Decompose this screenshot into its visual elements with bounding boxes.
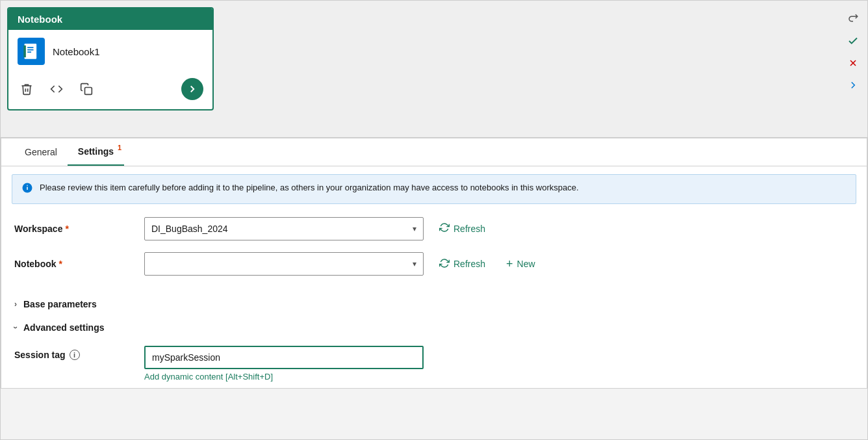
base-parameters-section[interactable]: › Base parameters	[1, 292, 867, 316]
svg-point-10	[27, 185, 28, 187]
tab-general[interactable]: General	[14, 139, 68, 165]
info-message: Please review this item carefully before…	[40, 181, 579, 194]
svg-rect-5	[85, 88, 92, 95]
card-header: Notebook	[8, 8, 212, 30]
notebook-control-area: ▾ Refresh + N	[144, 252, 854, 276]
top-panel: Notebook Notebook1	[1, 1, 867, 137]
session-input-area: Add dynamic content [Alt+Shift+D]	[144, 346, 424, 382]
delete-icon[interactable]	[18, 80, 36, 98]
workspace-dropdown[interactable]: DI_BugBash_2024 ▾	[144, 217, 424, 240]
notebook-refresh-button[interactable]: Refresh	[434, 255, 491, 273]
check-icon[interactable]	[844, 32, 862, 50]
advanced-settings-section[interactable]: › Advanced settings	[1, 316, 867, 339]
notebook-refresh-label: Refresh	[453, 259, 485, 269]
svg-rect-0	[25, 44, 37, 58]
settings-badge: 1	[118, 144, 121, 151]
session-tag-input[interactable]	[144, 346, 424, 369]
svg-rect-4	[23, 45, 26, 58]
workspace-required: *	[65, 224, 68, 234]
workspace-refresh-label: Refresh	[453, 224, 485, 234]
dynamic-content-link[interactable]: Add dynamic content [Alt+Shift+D]	[144, 372, 424, 382]
notebook-card: Notebook Notebook1	[7, 7, 214, 110]
notebook-required: *	[59, 259, 62, 269]
settings-panel: General Settings 1 Please review this it…	[1, 138, 867, 389]
base-parameters-label: Base parameters	[23, 299, 97, 309]
notebook-dropdown-arrow: ▾	[413, 259, 416, 268]
advanced-settings-label: Advanced settings	[23, 322, 104, 333]
notebook-name: Notebook1	[53, 46, 100, 57]
card-actions	[8, 73, 212, 109]
base-parameters-chevron: ›	[14, 300, 17, 309]
workspace-control-area: DI_BugBash_2024 ▾ Refresh	[144, 217, 854, 240]
workspace-refresh-button[interactable]: Refresh	[434, 220, 491, 238]
copy-icon[interactable]	[77, 80, 96, 98]
notebook-row: Notebook * ▾	[14, 252, 854, 276]
session-tag-row: Session tag i Add dynamic content [Alt+S…	[1, 339, 867, 388]
card-body: Notebook1	[8, 30, 212, 73]
workspace-dropdown-arrow: ▾	[413, 224, 416, 233]
close-icon[interactable]	[844, 54, 862, 72]
form-section: Workspace * DI_BugBash_2024 ▾	[1, 212, 867, 292]
workspace-row: Workspace * DI_BugBash_2024 ▾	[14, 217, 854, 240]
notebook-icon	[18, 38, 45, 65]
redo-icon[interactable]	[844, 10, 862, 28]
info-bar: Please review this item carefully before…	[12, 174, 856, 204]
workspace-value: DI_BugBash_2024	[151, 224, 228, 234]
notebook-label: Notebook *	[14, 259, 144, 269]
card-title: Notebook	[18, 14, 62, 25]
code-icon[interactable]	[47, 80, 66, 98]
notebook-new-label: New	[517, 259, 535, 269]
notebook-refresh-icon	[439, 258, 450, 270]
info-icon	[21, 182, 33, 197]
advanced-settings-chevron: ›	[11, 326, 20, 329]
session-tag-info-icon[interactable]: i	[70, 350, 80, 360]
tabs-row: General Settings 1	[1, 138, 867, 166]
workspace-refresh-icon	[439, 222, 450, 235]
new-icon: +	[506, 257, 513, 271]
tab-settings[interactable]: Settings 1	[68, 138, 124, 166]
side-toolbar	[839, 7, 867, 97]
main-container: Notebook Notebook1	[0, 0, 868, 440]
session-tag-label: Session tag i	[14, 346, 144, 360]
notebook-dropdown[interactable]: ▾	[144, 252, 424, 276]
workspace-label: Workspace *	[14, 224, 144, 234]
navigate-arrow-icon[interactable]	[181, 78, 203, 100]
arrow-right-icon[interactable]	[844, 76, 862, 94]
notebook-new-button[interactable]: + New	[501, 255, 541, 274]
